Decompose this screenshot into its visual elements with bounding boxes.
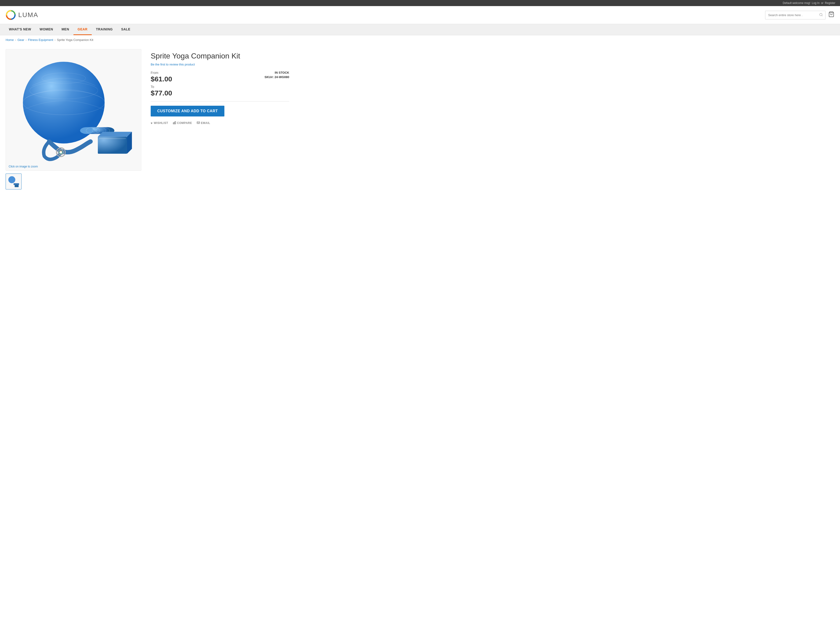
compare-label: COMPARE [177, 122, 192, 125]
product-page: Click on image to zoom Sprite Yoga Compa… [0, 44, 295, 199]
nav-link-women[interactable]: Women [35, 24, 57, 35]
breadcrumb-gear[interactable]: Gear [17, 38, 24, 42]
logo-text: LUMA [18, 11, 38, 19]
header: LUMA [0, 6, 840, 24]
sku: SKU#: 24-WG080 [264, 75, 289, 79]
svg-rect-24 [15, 185, 19, 187]
svg-rect-14 [98, 137, 127, 154]
compare-link[interactable]: COMPARE [173, 121, 192, 125]
header-right [765, 11, 834, 19]
svg-rect-26 [174, 122, 174, 124]
thumbnail-1[interactable] [6, 174, 22, 190]
nav-item-training: Training [92, 24, 117, 35]
review-link[interactable]: Be the first to review this product [151, 63, 289, 66]
thumb-icon-1 [7, 175, 20, 188]
price-to: $77.00 [151, 89, 172, 97]
svg-point-1 [819, 13, 822, 16]
search-icon [819, 13, 823, 17]
svg-rect-23 [14, 183, 19, 185]
nav-item-men: Men [57, 24, 73, 35]
nav-link-men[interactable]: Men [57, 24, 73, 35]
email-label: EMAIL [201, 122, 210, 125]
welcome-message: Default welcome msg! [783, 2, 810, 5]
breadcrumb-home[interactable]: Home [6, 38, 14, 42]
stock-sku-section: IN STOCK SKU#: 24-WG080 [264, 71, 289, 79]
email-link[interactable]: EMAIL [197, 121, 210, 125]
wishlist-label: WISHLIST [154, 122, 168, 125]
nav-link-gear[interactable]: Gear [73, 24, 92, 35]
svg-point-22 [8, 176, 16, 183]
nav-link-whats-new[interactable]: What's New [5, 24, 35, 35]
price-section: From $61.00 To $77.00 [151, 71, 172, 97]
nav-item-whats-new: What's New [5, 24, 35, 35]
login-link[interactable]: Log In [812, 2, 819, 5]
stock-status: IN STOCK [264, 71, 289, 74]
svg-marker-15 [98, 132, 132, 137]
register-link[interactable]: Register [825, 2, 835, 5]
heart-icon: ♥ [151, 122, 153, 125]
or-separator: or [821, 2, 824, 5]
price-from-label: From [151, 71, 172, 74]
nav-item-gear: Gear [73, 24, 92, 35]
wishlist-link[interactable]: ♥ WISHLIST [151, 122, 168, 125]
nav-item-women: Women [35, 24, 57, 35]
price-from: $61.00 [151, 75, 172, 83]
price-stock-row: From $61.00 To $77.00 IN STOCK SKU#: 24-… [151, 71, 289, 97]
product-info: Sprite Yoga Companion Kit Be the first t… [151, 49, 289, 190]
breadcrumb-sep-2: › [26, 38, 27, 42]
svg-line-2 [822, 16, 823, 16]
svg-rect-27 [175, 122, 176, 124]
search-input[interactable] [766, 11, 817, 19]
product-title: Sprite Yoga Companion Kit [151, 51, 289, 60]
product-image-section: Click on image to zoom [6, 49, 141, 190]
top-bar: Default welcome msg! Log In or Register [0, 0, 840, 6]
thumbnails [6, 174, 141, 190]
svg-rect-25 [173, 123, 174, 124]
main-product-image[interactable]: Click on image to zoom [6, 49, 141, 171]
main-nav: What's New Women Men Gear Training Sale [0, 24, 840, 35]
logo[interactable]: LUMA [6, 10, 38, 20]
svg-point-10 [80, 127, 93, 134]
logo-icon [6, 10, 16, 20]
product-illustration [13, 56, 134, 163]
breadcrumb-current: Sprite Yoga Companion Kit [57, 38, 93, 42]
sku-value: 24-WG080 [274, 75, 289, 79]
search-button[interactable] [817, 11, 825, 19]
email-icon [197, 121, 200, 125]
customize-add-to-cart-button[interactable]: Customize and Add to Cart [151, 106, 225, 117]
nav-item-sale: Sale [117, 24, 134, 35]
sku-label: SKU#: [264, 75, 274, 79]
svg-point-20 [59, 151, 63, 154]
search-box [765, 11, 826, 19]
breadcrumb-sep-3: › [54, 38, 55, 42]
svg-point-0 [6, 10, 16, 20]
action-links: ♥ WISHLIST COMPARE [151, 121, 289, 125]
breadcrumb-fitness[interactable]: Fitness Equipment [28, 38, 53, 42]
price-to-label: To [151, 85, 172, 88]
cart-icon [828, 11, 834, 17]
nav-link-training[interactable]: Training [92, 24, 117, 35]
svg-rect-17 [99, 138, 126, 139]
zoom-hint: Click on image to zoom [9, 165, 38, 168]
compare-icon [173, 121, 176, 125]
breadcrumb: Home › Gear › Fitness Equipment › Sprite… [0, 35, 840, 44]
nav-link-sale[interactable]: Sale [117, 24, 134, 35]
cart-button[interactable] [828, 11, 834, 19]
breadcrumb-sep-1: › [15, 38, 16, 42]
